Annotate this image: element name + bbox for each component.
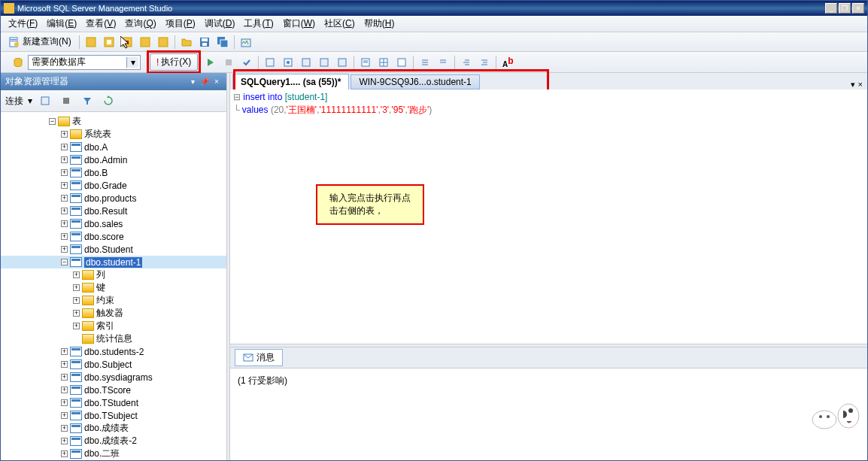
expand-icon[interactable]: + <box>61 399 68 406</box>
execute-button[interactable]: ! 执行(X) <box>150 53 198 71</box>
new-query-button[interactable]: 新建查询(N) <box>4 34 76 50</box>
collapse-icon[interactable]: − <box>61 259 68 265</box>
tab-dropdown-button[interactable]: ▾ <box>851 80 855 89</box>
expand-icon[interactable]: + <box>61 220 68 227</box>
disconnect-button[interactable] <box>37 93 53 109</box>
object-tree[interactable]: −表 +系统表 +dbo.A +dbo.Admin +dbo.B +dbo.Gr… <box>1 112 226 460</box>
expand-icon[interactable]: + <box>61 131 68 138</box>
expand-icon[interactable]: + <box>73 310 80 317</box>
menu-view[interactable]: 查看(V) <box>81 16 120 32</box>
tree-table-item[interactable]: +dbo.Subject <box>1 358 226 371</box>
save-all-button[interactable] <box>214 34 231 50</box>
tree-columns-node[interactable]: +列 <box>1 268 226 281</box>
results-to-grid-button[interactable] <box>375 54 392 71</box>
cancel-execute-button[interactable] <box>220 54 237 71</box>
decrease-indent-button[interactable] <box>458 54 475 71</box>
tree-indexes-node[interactable]: +索引 <box>1 320 226 332</box>
toolbar-dmx-query-button[interactable] <box>137 34 153 50</box>
tree-table-item[interactable]: +dbo.Grade <box>1 179 226 192</box>
results-to-file-button[interactable] <box>393 54 410 71</box>
expand-icon[interactable]: + <box>61 208 68 214</box>
specify-template-values-button[interactable]: Ab <box>499 54 516 71</box>
expand-icon[interactable]: + <box>61 233 68 240</box>
menu-edit[interactable]: 编辑(E) <box>42 16 81 32</box>
expand-icon[interactable]: + <box>61 438 68 444</box>
tree-table-student1[interactable]: −dbo.student-1 <box>1 256 226 268</box>
change-connection-button[interactable] <box>10 54 26 71</box>
messages-body[interactable]: (1 行受影响) <box>230 368 867 460</box>
menu-project[interactable]: 项目(P) <box>161 16 200 32</box>
panel-dropdown-button[interactable]: ▾ <box>187 77 198 87</box>
toolbar-mdx-query-button[interactable] <box>119 34 135 50</box>
query-options-button[interactable] <box>280 54 296 71</box>
tree-table-item[interactable]: +dbo.A <box>1 141 226 153</box>
expand-icon[interactable]: + <box>61 182 68 189</box>
save-button[interactable] <box>196 34 213 50</box>
expand-icon[interactable]: + <box>61 412 68 419</box>
expand-icon[interactable]: + <box>73 271 80 278</box>
expand-icon[interactable]: + <box>73 323 80 329</box>
expand-icon[interactable]: + <box>61 169 68 176</box>
tree-table-item[interactable]: +dbo.二班 <box>1 447 226 460</box>
activity-monitor-button[interactable] <box>238 34 254 50</box>
menu-help[interactable]: 帮助(H) <box>360 16 399 32</box>
results-to-text-button[interactable] <box>357 54 374 71</box>
tree-table-item[interactable]: +dbo.score <box>1 230 226 243</box>
toolbar-db-engine-query-button[interactable] <box>83 34 99 50</box>
menu-file[interactable]: 文件(F) <box>4 16 42 32</box>
connect-dropdown[interactable]: ▾ <box>28 96 32 106</box>
open-file-button[interactable] <box>178 34 195 50</box>
expand-icon[interactable]: + <box>61 425 68 432</box>
close-window-button[interactable]: × <box>852 3 864 14</box>
comment-button[interactable] <box>417 54 433 71</box>
tree-table-item[interactable]: +dbo.TStudent <box>1 396 226 409</box>
tree-keys-node[interactable]: +键 <box>1 281 226 294</box>
tree-table-item[interactable]: +dbo.products <box>1 192 226 205</box>
refresh-button[interactable] <box>100 93 117 109</box>
stop-button[interactable] <box>58 93 74 109</box>
display-estimated-plan-button[interactable] <box>262 54 278 71</box>
messages-tab[interactable]: 消息 <box>235 349 283 366</box>
tree-table-item[interactable]: +dbo.成绩表-2 <box>1 435 226 447</box>
expand-icon[interactable]: + <box>61 144 68 150</box>
tab-close-button[interactable]: × <box>858 80 863 89</box>
menu-window[interactable]: 窗口(W) <box>278 16 320 32</box>
menu-tools[interactable]: 工具(T) <box>239 16 278 32</box>
tree-statistics-node[interactable]: 统计信息 <box>1 332 226 345</box>
expand-icon[interactable]: + <box>61 361 68 368</box>
tree-table-item[interactable]: +dbo.students-2 <box>1 345 226 358</box>
tree-table-item[interactable]: +dbo.成绩表 <box>1 422 226 435</box>
expand-icon[interactable]: + <box>61 374 68 381</box>
increase-indent-button[interactable] <box>476 54 493 71</box>
collapse-icon[interactable]: − <box>49 118 56 125</box>
expand-icon[interactable]: + <box>61 246 68 253</box>
intellisense-button[interactable] <box>298 54 314 71</box>
tree-system-tables-node[interactable]: +系统表 <box>1 128 226 141</box>
expand-icon[interactable]: + <box>61 450 68 457</box>
tree-table-item[interactable]: +dbo.Student <box>1 243 226 256</box>
database-combo-input[interactable] <box>29 57 126 68</box>
panel-close-button[interactable]: × <box>211 77 222 87</box>
uncomment-button[interactable] <box>435 54 451 71</box>
menu-debug[interactable]: 调试(D) <box>200 16 240 32</box>
debug-button[interactable] <box>202 54 219 71</box>
tree-table-item[interactable]: +dbo.TScore <box>1 384 226 396</box>
include-actual-plan-button[interactable] <box>316 54 332 71</box>
database-combo-dropdown[interactable]: ▾ <box>126 57 138 68</box>
tree-tables-node[interactable]: −表 <box>1 115 226 128</box>
toolbar-analysis-query-button[interactable] <box>101 34 117 50</box>
parse-button[interactable] <box>238 54 255 71</box>
filter-button[interactable] <box>79 93 96 109</box>
include-client-stats-button[interactable] <box>334 54 351 71</box>
panel-pin-button[interactable]: 📌 <box>199 77 210 87</box>
minimize-button[interactable]: _ <box>825 3 837 14</box>
expand-icon[interactable]: + <box>73 297 80 304</box>
restore-button[interactable]: ❐ <box>839 3 851 14</box>
expand-icon[interactable]: + <box>61 195 68 202</box>
expand-icon[interactable]: + <box>73 284 80 291</box>
tree-table-item[interactable]: +dbo.TSubject <box>1 409 226 422</box>
tree-table-item[interactable]: +dbo.sales <box>1 217 226 230</box>
tree-triggers-node[interactable]: +触发器 <box>1 307 226 320</box>
expand-icon[interactable]: + <box>61 156 68 163</box>
tree-table-item[interactable]: +dbo.sysdiagrams <box>1 371 226 384</box>
